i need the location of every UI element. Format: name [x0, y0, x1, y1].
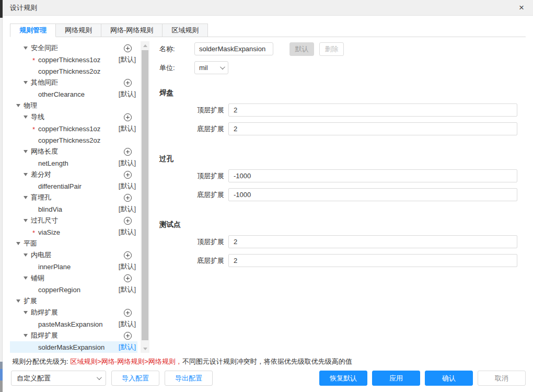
set-default-button[interactable]: 默认: [289, 42, 314, 56]
import-config-button[interactable]: 导入配置: [111, 371, 159, 386]
config-select[interactable]: 自定义配置: [11, 371, 106, 386]
default-badge: [默认]: [119, 158, 136, 168]
tab-3[interactable]: 区域规则: [163, 24, 208, 37]
cancel-button[interactable]: 取消: [478, 371, 526, 386]
add-rule-icon[interactable]: [124, 113, 132, 121]
expansion-value-input[interactable]: [228, 188, 517, 201]
section-测试点: 测试点顶层扩展底层扩展: [159, 220, 517, 267]
add-rule-icon[interactable]: [124, 194, 132, 202]
scrollbar-thumb[interactable]: [142, 50, 148, 340]
action-buttons: 恢复默认 应用 确认 取消: [315, 371, 526, 386]
add-rule-icon[interactable]: [124, 44, 132, 52]
field-label: 底层扩展: [159, 190, 228, 200]
collapse-arrow-icon[interactable]: [24, 253, 28, 257]
add-rule-icon[interactable]: [124, 332, 132, 340]
tree-item-innerPlane[interactable]: innerPlane[默认]: [10, 261, 137, 272]
add-rule-icon[interactable]: [124, 148, 132, 156]
expansion-value-input[interactable]: [228, 254, 517, 267]
collapse-arrow-icon[interactable]: [24, 334, 28, 337]
tree-item-netLength[interactable]: netLength[默认]: [10, 157, 137, 169]
priority-note-highlight: 区域规则>网络-网络规则>网络规则，: [70, 358, 182, 365]
scroll-down-icon[interactable]: [141, 344, 149, 353]
tree-item-label: 助焊扩展: [31, 308, 58, 316]
chevron-down-icon: [220, 64, 225, 70]
add-rule-icon[interactable]: [124, 171, 132, 179]
close-icon[interactable]: ×: [517, 3, 526, 12]
export-config-button[interactable]: 导出配置: [165, 371, 213, 386]
collapse-arrow-icon[interactable]: [24, 196, 28, 199]
tree-item-copperThickness1oz[interactable]: *copperThickness1oz[默认]: [10, 123, 137, 134]
add-rule-icon[interactable]: [124, 251, 132, 259]
tree-item-pasteMaskExpansion[interactable]: pasteMaskExpansion[默认]: [10, 318, 137, 330]
collapse-arrow-icon[interactable]: [24, 311, 28, 314]
unit-label: 单位:: [159, 63, 194, 73]
expansion-value-input[interactable]: [228, 122, 517, 135]
tree-item-平面[interactable]: 平面: [10, 238, 137, 249]
collapse-arrow-icon[interactable]: [24, 173, 28, 176]
tree-item-label: 扩展: [24, 297, 37, 305]
tree-item-otherClearance[interactable]: otherClearance[默认]: [10, 88, 137, 100]
add-rule-icon[interactable]: [124, 79, 132, 87]
tree-item-内电层[interactable]: 内电层: [10, 249, 137, 261]
collapse-arrow-icon[interactable]: [24, 81, 28, 84]
default-badge: [默认]: [119, 124, 136, 133]
add-rule-icon[interactable]: [124, 274, 132, 282]
collapse-arrow-icon[interactable]: [16, 299, 20, 303]
default-badge: [默认]: [119, 227, 136, 237]
tree-item-viaSize[interactable]: *viaSize[默认]: [10, 226, 137, 238]
collapse-arrow-icon[interactable]: [24, 276, 28, 280]
tree-item-铺铜[interactable]: 铺铜: [10, 272, 137, 284]
field-row: 底层扩展: [159, 188, 517, 201]
required-asterisk: *: [32, 56, 35, 64]
tree-item-copperThickness2oz[interactable]: copperThickness2oz: [10, 134, 137, 146]
tree-item-导线[interactable]: 导线: [10, 111, 137, 123]
unit-select[interactable]: mil: [194, 61, 228, 74]
tree-item-扩展[interactable]: 扩展: [10, 295, 137, 307]
collapse-arrow-icon[interactable]: [24, 116, 28, 119]
collapse-arrow-icon[interactable]: [16, 242, 20, 245]
tree-item-盲埋孔[interactable]: 盲埋孔: [10, 192, 137, 203]
tree-item-安全间距[interactable]: 安全间距: [10, 42, 137, 54]
collapse-arrow-icon[interactable]: [24, 219, 28, 222]
collapse-arrow-icon[interactable]: [16, 104, 20, 107]
expansion-value-input[interactable]: [228, 235, 517, 248]
field-row: 顶层扩展: [159, 103, 517, 117]
tree-item-label: 安全间距: [31, 44, 58, 52]
scroll-up-icon[interactable]: [141, 41, 149, 50]
add-rule-icon[interactable]: [124, 217, 132, 225]
rule-name-input[interactable]: [194, 42, 273, 55]
tab-2[interactable]: 网络-网络规则: [101, 24, 163, 37]
rule-tree-panel: 安全间距*copperThickness1oz[默认]copperThickne…: [10, 37, 149, 355]
tree-item-label: 过孔尺寸: [31, 216, 58, 224]
tree-item-blindVia[interactable]: blindVia[默认]: [10, 203, 137, 215]
add-rule-icon[interactable]: [124, 309, 132, 317]
tree-item-差分对[interactable]: 差分对: [10, 169, 137, 180]
tree-item-网络长度[interactable]: 网络长度: [10, 146, 137, 157]
tree-item-物理[interactable]: 物理: [10, 100, 137, 111]
tree-item-助焊扩展[interactable]: 助焊扩展: [10, 307, 137, 318]
default-badge: [默认]: [119, 285, 136, 294]
apply-button[interactable]: 应用: [372, 371, 420, 386]
expansion-value-input[interactable]: [228, 169, 517, 182]
tree-item-copperRegion[interactable]: copperRegion[默认]: [10, 284, 137, 295]
collapse-arrow-icon[interactable]: [24, 47, 28, 50]
delete-rule-button[interactable]: 删除: [319, 42, 344, 56]
tree-item-copperThickness2oz[interactable]: copperThickness2oz: [10, 65, 137, 77]
confirm-button[interactable]: 确认: [425, 371, 473, 386]
collapse-arrow-icon[interactable]: [24, 150, 28, 153]
tree-item-differentialPair[interactable]: differentialPair[默认]: [10, 180, 137, 192]
tree-item-阻焊扩展[interactable]: 阻焊扩展: [10, 330, 137, 341]
restore-defaults-button[interactable]: 恢复默认: [319, 371, 367, 386]
tab-1[interactable]: 网络规则: [56, 24, 101, 37]
tab-0[interactable]: 规则管理: [10, 24, 56, 37]
field-label: 顶层扩展: [159, 171, 228, 181]
tree-item-过孔尺寸[interactable]: 过孔尺寸: [10, 215, 137, 226]
tree-item-copperThickness1oz[interactable]: *copperThickness1oz[默认]: [10, 54, 137, 65]
tree-item-solderMaskExpansion[interactable]: solderMaskExpansion[默认]: [10, 341, 137, 353]
rule-tree: 安全间距*copperThickness1oz[默认]copperThickne…: [10, 42, 137, 353]
tree-item-其他间距[interactable]: 其他间距: [10, 77, 137, 88]
name-label: 名称:: [159, 44, 194, 54]
tree-item-label: viaSize: [38, 228, 60, 236]
tree-scrollbar[interactable]: [141, 41, 149, 353]
expansion-value-input[interactable]: [228, 103, 517, 117]
